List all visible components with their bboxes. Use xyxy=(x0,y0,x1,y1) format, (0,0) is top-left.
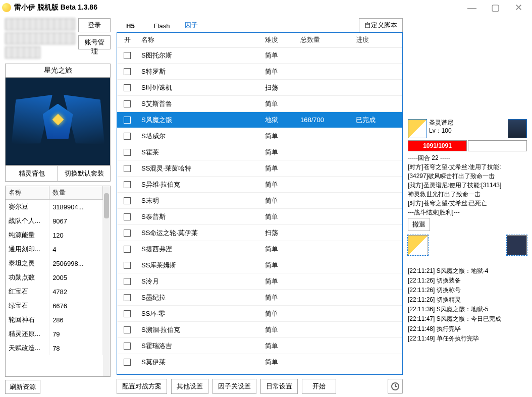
task-row[interactable]: S图托尔斯简单 xyxy=(117,47,402,64)
task-name: S溯洄·拉伯克 xyxy=(137,325,261,334)
tab-factor[interactable]: 因子 xyxy=(179,18,203,32)
round-label: -----回合 22 ----- xyxy=(408,153,527,162)
start-button[interactable]: 开始 xyxy=(302,379,336,394)
task-row[interactable]: S风魔之骸地狱168/700已完成 xyxy=(117,112,402,128)
task-name: S霍莱 xyxy=(137,148,261,157)
task-name: S泠月 xyxy=(137,277,261,286)
task-checkbox[interactable] xyxy=(124,278,131,285)
daily-settings-button[interactable]: 日常设置 xyxy=(260,379,298,394)
resource-row[interactable]: 战队个人...9067 xyxy=(6,214,103,228)
sprite-bag-button[interactable]: 精灵背包 xyxy=(6,165,58,181)
tab-flash[interactable]: Flash xyxy=(144,20,180,32)
task-row[interactable]: SS混灵·莱茵哈特简单 xyxy=(117,160,402,177)
task-checkbox[interactable] xyxy=(124,262,131,269)
task-checkbox[interactable] xyxy=(124,181,131,188)
task-checkbox[interactable] xyxy=(124,359,131,366)
task-row[interactable]: SS库莱姆斯简单 xyxy=(117,257,402,273)
task-checkbox[interactable] xyxy=(124,213,131,220)
task-row[interactable]: S泰普斯简单 xyxy=(117,209,402,225)
task-row[interactable]: S特罗斯简单 xyxy=(117,64,402,80)
battle-plan-button[interactable]: 配置对战方案 xyxy=(117,379,167,394)
task-difficulty: 简单 xyxy=(261,309,296,318)
task-name: S墨纪拉 xyxy=(137,293,261,302)
resource-row[interactable]: 精灵还原...79 xyxy=(6,327,103,341)
task-name: S霍瑞洛吉 xyxy=(137,342,261,351)
col-name: 名称 xyxy=(137,33,261,47)
resource-row[interactable]: 泰坦之灵2506998... xyxy=(6,256,103,270)
task-row[interactable]: S溯洄·拉伯克简单 xyxy=(117,322,402,338)
task-name: S时钟诛机 xyxy=(137,83,261,92)
task-checkbox[interactable] xyxy=(124,149,131,156)
task-checkbox[interactable] xyxy=(124,230,131,237)
sprite-slot-enemy[interactable] xyxy=(507,235,527,255)
sprite-slot-ally[interactable] xyxy=(408,235,428,255)
task-row[interactable]: S提西弗涅简单 xyxy=(117,241,402,257)
extra-input[interactable] xyxy=(5,46,40,59)
factor-gate-button[interactable]: 因子关设置 xyxy=(212,379,256,394)
task-checkbox[interactable] xyxy=(124,326,131,333)
withdraw-button[interactable]: 撤退 xyxy=(408,218,430,231)
resource-name: 纯源能量 xyxy=(6,228,49,242)
resources-scrollbar[interactable] xyxy=(103,186,110,376)
account-input[interactable] xyxy=(5,18,75,30)
task-checkbox[interactable] xyxy=(124,343,131,350)
task-checkbox[interactable] xyxy=(124,117,131,124)
event-line: [22:11:48] 执行完毕 xyxy=(408,324,527,334)
resource-row[interactable]: 纯源能量120 xyxy=(6,228,103,242)
resource-row[interactable]: 功勋点数2005 xyxy=(6,270,103,285)
task-difficulty: 简单 xyxy=(261,67,296,76)
resource-row[interactable]: 绿宝石6676 xyxy=(6,299,103,313)
task-row[interactable]: S霍莱简单 xyxy=(117,144,402,160)
task-checkbox[interactable] xyxy=(124,68,131,75)
character-title: 星光之旅 xyxy=(6,64,110,77)
minimize-button[interactable]: — xyxy=(460,0,484,15)
task-row[interactable]: S时钟诛机扫荡 xyxy=(117,80,402,96)
other-settings-button[interactable]: 其他设置 xyxy=(171,379,208,394)
task-row[interactable]: S墨纪拉简单 xyxy=(117,290,402,306)
event-line: [22:11:26] 切换装备 xyxy=(408,276,527,286)
task-checkbox[interactable] xyxy=(124,310,131,317)
password-input[interactable] xyxy=(5,32,75,44)
task-total: 168/700 xyxy=(296,116,352,124)
task-row[interactable]: S泠月简单 xyxy=(117,273,402,290)
task-name: SS命运之轮·莫伊莱 xyxy=(137,229,261,238)
task-row[interactable]: S艾斯普鲁简单 xyxy=(117,96,402,112)
maximize-button[interactable]: ▢ xyxy=(484,0,507,15)
tab-h5[interactable]: H5 xyxy=(117,20,144,32)
task-row[interactable]: S霍瑞洛吉简单 xyxy=(117,338,402,354)
close-button[interactable]: ✕ xyxy=(507,0,530,15)
task-checkbox[interactable] xyxy=(124,165,131,172)
schedule-button[interactable] xyxy=(388,379,403,394)
resource-qty: 78 xyxy=(49,341,103,355)
task-row[interactable]: S异维·拉伯克简单 xyxy=(117,177,402,193)
task-row[interactable]: S塔威尔简单 xyxy=(117,128,402,144)
task-checkbox[interactable] xyxy=(124,100,131,107)
task-checkbox[interactable] xyxy=(124,84,131,91)
resource-row[interactable]: 通用刻印...4 xyxy=(6,242,103,256)
task-difficulty: 扫荡 xyxy=(261,229,296,238)
resource-row[interactable]: 天赋改造...78 xyxy=(6,341,103,355)
switch-loadout-button[interactable]: 切换默认套装 xyxy=(58,165,110,181)
refresh-resources-button[interactable]: 刷新资源 xyxy=(5,380,40,394)
resource-name: 功勋点数 xyxy=(6,270,49,285)
resource-qty: 4782 xyxy=(49,285,103,299)
task-row[interactable]: S末明简单 xyxy=(117,193,402,209)
task-row[interactable]: S莫伊莱简单 xyxy=(117,354,402,370)
pet-name: 圣灵谱尼 xyxy=(429,119,506,127)
task-checkbox[interactable] xyxy=(124,294,131,301)
resource-row[interactable]: 轮回神石286 xyxy=(6,313,103,327)
task-name: S风魔之骸 xyxy=(137,116,261,125)
task-row[interactable]: SS环·零简单 xyxy=(117,306,402,322)
task-checkbox[interactable] xyxy=(124,133,131,140)
task-checkbox[interactable] xyxy=(124,197,131,204)
task-name: S图托尔斯 xyxy=(137,51,261,60)
task-row[interactable]: SS命运之轮·莫伊莱扫荡 xyxy=(117,225,402,241)
task-checkbox[interactable] xyxy=(124,246,131,253)
custom-script-button[interactable]: 自定义脚本 xyxy=(359,18,403,32)
task-checkbox[interactable] xyxy=(124,52,131,59)
account-mgmt-button[interactable]: 账号管理 xyxy=(78,35,111,49)
title-bar: 雷小伊 脱机版 Beta 1.3.86 — ▢ ✕ xyxy=(0,0,532,15)
login-button[interactable]: 登录 xyxy=(78,18,111,32)
resource-row[interactable]: 赛尔豆3189904... xyxy=(6,200,103,214)
resource-row[interactable]: 红宝石4782 xyxy=(6,285,103,299)
